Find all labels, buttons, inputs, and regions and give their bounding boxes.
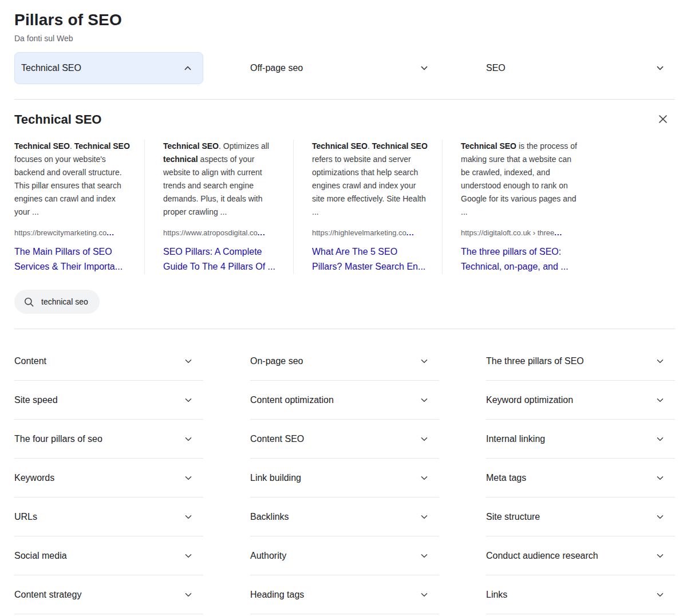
chevron-down-icon [182, 589, 195, 601]
chevron-down-icon [654, 62, 666, 74]
result-url[interactable]: https://digitaloft.co.uk › three... [461, 228, 578, 238]
result-snippet: Technical SEO. Technical SEO focuses on … [14, 140, 131, 219]
result-snippet: Technical SEO is the process of making s… [461, 140, 578, 219]
chevron-down-icon [182, 511, 195, 523]
chevron-down-icon [418, 355, 431, 368]
chevron-down-icon [182, 355, 195, 368]
accordion-row-urls[interactable]: URLs [14, 497, 203, 536]
accordion-row-content-seo[interactable]: Content SEO [250, 420, 439, 459]
accordion-row-on-page-seo[interactable]: On-page seo [250, 342, 439, 381]
chevron-down-icon [418, 589, 431, 601]
accordion-row-backlinks[interactable]: Backlinks [250, 497, 439, 536]
expanded-panel: Technical SEO Technical SEO. Technical S… [14, 112, 675, 314]
result-title-link[interactable]: The three pillars of SEO: Technical, on-… [461, 244, 578, 274]
result-url-ellipsis: ... [106, 228, 114, 237]
chevron-up-icon [181, 62, 194, 74]
top-tabs-row: Technical SEO Off-page seo SEO [14, 52, 675, 84]
result-url-ellipsis: ... [258, 228, 266, 237]
close-icon[interactable] [654, 112, 672, 127]
result-url-ellipsis: ... [406, 228, 414, 237]
accordion-row-the-three-pillars-of-seo[interactable]: The three pillars of SEO [486, 342, 675, 381]
accordion-row-heading-tags[interactable]: Heading tags [250, 575, 439, 614]
accordion-row-label: The four pillars of seo [14, 434, 102, 444]
accordion-row-label: Content optimization [250, 395, 334, 405]
chevron-down-icon [418, 394, 431, 406]
accordion-row-label: On-page seo [250, 356, 303, 366]
accordion-row-label: Keyword optimization [486, 395, 573, 405]
section-divider [14, 329, 675, 329]
accordion-row-conduct-audience-research[interactable]: Conduct audience research [486, 536, 675, 575]
result-snippet: Technical SEO. Optimizes all technical a… [163, 140, 279, 219]
accordion-row-content-optimization[interactable]: Content optimization [250, 381, 439, 420]
chevron-down-icon [418, 433, 431, 445]
accordion-row-label: Links [486, 590, 507, 600]
search-icon [23, 297, 34, 307]
result-snippet: Technical SEO. Technical SEO refers to w… [312, 140, 428, 219]
accordion-row-label: Keywords [14, 473, 54, 483]
page-subtitle: Da fonti sul Web [14, 34, 675, 43]
topic-tab-technical-seo[interactable]: Technical SEO [14, 52, 203, 84]
chevron-down-icon [182, 433, 195, 445]
source-result-card: Technical SEO. Optimizes all technical a… [145, 140, 294, 274]
result-url-text: https://brewcitymarketing.co [14, 228, 106, 237]
related-search-chip[interactable]: technical seo [14, 290, 100, 314]
result-url-ellipsis: ... [554, 228, 562, 237]
accordion-row-site-speed[interactable]: Site speed [14, 381, 203, 420]
chevron-down-icon [654, 550, 666, 562]
chevron-down-icon [418, 472, 431, 484]
chevron-down-icon [182, 472, 195, 484]
accordion-row-social-media[interactable]: Social media [14, 536, 203, 575]
accordion-row-keyword-optimization[interactable]: Keyword optimization [486, 381, 675, 420]
chevron-down-icon [418, 550, 431, 562]
accordion-row-content-strategy[interactable]: Content strategy [14, 575, 203, 614]
result-url[interactable]: https://www.atroposdigital.co... [163, 228, 279, 238]
accordion-row-label: Content SEO [250, 434, 304, 444]
chevron-down-icon [654, 472, 666, 484]
accordion-grid: Content On-page seo The three pillars of… [14, 342, 675, 614]
result-url-text: https://digitaloft.co.uk › three [461, 228, 554, 237]
accordion-row-label: Conduct audience research [486, 551, 598, 561]
accordion-row-label: Social media [14, 551, 67, 561]
accordion-row-label: Internal linking [486, 434, 545, 444]
accordion-row-link-building[interactable]: Link building [250, 459, 439, 497]
result-title-link[interactable]: The Main Pillars of SEO Services & Their… [14, 244, 131, 274]
source-result-card: Technical SEO. Technical SEO focuses on … [14, 140, 145, 274]
section-divider [14, 99, 675, 100]
expanded-panel-heading: Technical SEO [14, 112, 101, 128]
accordion-row-site-structure[interactable]: Site structure [486, 497, 675, 536]
related-search-query: technical seo [41, 297, 88, 306]
chevron-down-icon [418, 62, 431, 74]
topic-tab-seo[interactable]: SEO [486, 52, 675, 84]
accordion-row-keywords[interactable]: Keywords [14, 459, 203, 497]
accordion-row-internal-linking[interactable]: Internal linking [486, 420, 675, 459]
accordion-row-the-four-pillars-of-seo[interactable]: The four pillars of seo [14, 420, 203, 459]
accordion-row-label: Heading tags [250, 590, 304, 600]
accordion-row-content[interactable]: Content [14, 342, 203, 381]
topic-tab-label: Technical SEO [21, 63, 81, 73]
chevron-down-icon [654, 394, 666, 406]
source-result-card: Technical SEO is the process of making s… [443, 140, 591, 274]
accordion-row-meta-tags[interactable]: Meta tags [486, 459, 675, 497]
accordion-row-label: Content strategy [14, 590, 81, 600]
accordion-row-label: URLs [14, 512, 37, 522]
accordion-row-label: Link building [250, 473, 301, 483]
results-row: Technical SEO. Technical SEO focuses on … [14, 140, 675, 274]
topic-tab-off-page-seo[interactable]: Off-page seo [250, 52, 439, 84]
expanded-panel-header: Technical SEO [14, 112, 675, 128]
accordion-row-links[interactable]: Links [486, 575, 675, 614]
accordion-row-authority[interactable]: Authority [250, 536, 439, 575]
accordion-row-label: Backlinks [250, 512, 289, 522]
chevron-down-icon [654, 355, 666, 368]
accordion-row-label: The three pillars of SEO [486, 356, 584, 366]
result-url[interactable]: https://brewcitymarketing.co... [14, 228, 131, 238]
result-title-link[interactable]: What Are The 5 SEO Pillars? Master Searc… [312, 244, 428, 274]
chevron-down-icon [182, 394, 195, 406]
result-url[interactable]: https://highlevelmarketing.co... [312, 228, 428, 238]
topic-tab-label: Off-page seo [250, 63, 303, 73]
accordion-row-label: Content [14, 356, 46, 366]
result-title-link[interactable]: SEO Pillars: A Complete Guide To The 4 P… [163, 244, 279, 274]
page-title: Pillars of SEO [14, 10, 675, 29]
source-result-card: Technical SEO. Technical SEO refers to w… [294, 140, 443, 274]
topic-tab-label: SEO [486, 63, 506, 73]
result-url-text: https://highlevelmarketing.co [312, 228, 406, 237]
